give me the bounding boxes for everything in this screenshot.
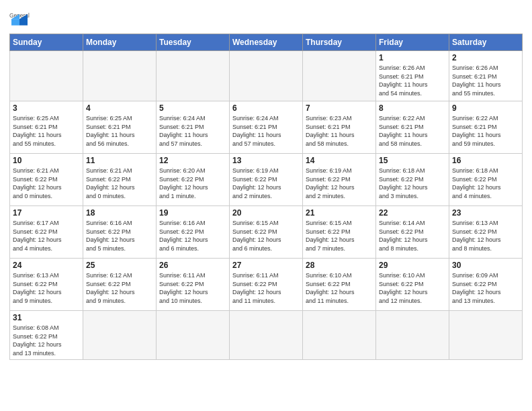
day-number: 7: [306, 103, 373, 113]
day-info: Sunrise: 6:16 AM Sunset: 6:22 PM Dayligh…: [86, 219, 153, 253]
calendar-day-cell: 10Sunrise: 6:21 AM Sunset: 6:22 PM Dayli…: [10, 154, 83, 206]
day-number: 5: [159, 103, 226, 113]
calendar-day-cell: 3Sunrise: 6:25 AM Sunset: 6:21 PM Daylig…: [10, 101, 83, 154]
day-number: 30: [452, 261, 519, 270]
day-info: Sunrise: 6:13 AM Sunset: 6:22 PM Dayligh…: [13, 271, 80, 305]
day-number: 16: [452, 156, 519, 165]
calendar-day-cell: 31Sunrise: 6:08 AM Sunset: 6:22 PM Dayli…: [10, 311, 83, 360]
day-info: Sunrise: 6:18 AM Sunset: 6:22 PM Dayligh…: [452, 167, 519, 200]
day-info: Sunrise: 6:26 AM Sunset: 6:21 PM Dayligh…: [379, 64, 446, 97]
day-number: 2: [452, 53, 519, 62]
day-number: 13: [232, 156, 300, 165]
day-info: Sunrise: 6:22 AM Sunset: 6:21 PM Dayligh…: [452, 114, 519, 148]
weekday-header-saturday: Saturday: [449, 34, 523, 51]
day-number: 18: [86, 208, 153, 218]
calendar-day-cell: 6Sunrise: 6:24 AM Sunset: 6:21 PM Daylig…: [230, 101, 303, 154]
calendar-day-cell: 21Sunrise: 6:15 AM Sunset: 6:22 PM Dayli…: [303, 206, 376, 259]
day-info: Sunrise: 6:24 AM Sunset: 6:21 PM Dayligh…: [232, 114, 300, 148]
calendar-day-cell: [449, 311, 523, 360]
calendar-week-row: 17Sunrise: 6:17 AM Sunset: 6:22 PM Dayli…: [10, 206, 523, 259]
day-info: Sunrise: 6:18 AM Sunset: 6:22 PM Dayligh…: [379, 167, 446, 200]
calendar-day-cell: 15Sunrise: 6:18 AM Sunset: 6:22 PM Dayli…: [376, 154, 449, 206]
day-number: 10: [13, 156, 80, 165]
day-number: 20: [232, 208, 300, 218]
calendar-day-cell: 22Sunrise: 6:14 AM Sunset: 6:22 PM Dayli…: [376, 206, 449, 259]
day-number: 31: [13, 313, 80, 322]
calendar-day-cell: 16Sunrise: 6:18 AM Sunset: 6:22 PM Dayli…: [449, 154, 523, 206]
day-number: 8: [379, 103, 446, 113]
day-info: Sunrise: 6:25 AM Sunset: 6:21 PM Dayligh…: [13, 114, 80, 148]
day-info: Sunrise: 6:24 AM Sunset: 6:21 PM Dayligh…: [159, 114, 226, 148]
day-number: 21: [306, 208, 373, 218]
svg-marker-1: [11, 19, 19, 26]
weekday-header-thursday: Thursday: [303, 34, 376, 51]
calendar-day-cell: [10, 51, 83, 101]
day-number: 3: [13, 103, 80, 113]
day-number: 29: [379, 261, 446, 270]
calendar-day-cell: [157, 311, 230, 360]
day-info: Sunrise: 6:19 AM Sunset: 6:22 PM Dayligh…: [306, 167, 373, 200]
calendar-day-cell: 7Sunrise: 6:23 AM Sunset: 6:21 PM Daylig…: [303, 101, 376, 154]
day-info: Sunrise: 6:09 AM Sunset: 6:22 PM Dayligh…: [452, 271, 519, 305]
calendar-day-cell: [376, 311, 449, 360]
weekday-header-row: SundayMondayTuesdayWednesdayThursdayFrid…: [10, 34, 523, 51]
day-info: Sunrise: 6:11 AM Sunset: 6:22 PM Dayligh…: [232, 271, 300, 305]
calendar-day-cell: 8Sunrise: 6:22 AM Sunset: 6:21 PM Daylig…: [376, 101, 449, 154]
day-info: Sunrise: 6:22 AM Sunset: 6:21 PM Dayligh…: [379, 114, 446, 148]
day-number: 9: [452, 103, 519, 113]
calendar-day-cell: 5Sunrise: 6:24 AM Sunset: 6:21 PM Daylig…: [157, 101, 230, 154]
day-info: Sunrise: 6:21 AM Sunset: 6:22 PM Dayligh…: [13, 167, 80, 200]
calendar-day-cell: 23Sunrise: 6:13 AM Sunset: 6:22 PM Dayli…: [449, 206, 523, 259]
weekday-header-monday: Monday: [83, 34, 157, 51]
calendar-day-cell: [303, 311, 376, 360]
calendar-day-cell: 30Sunrise: 6:09 AM Sunset: 6:22 PM Dayli…: [449, 259, 523, 311]
day-info: Sunrise: 6:16 AM Sunset: 6:22 PM Dayligh…: [159, 219, 226, 253]
calendar-day-cell: 18Sunrise: 6:16 AM Sunset: 6:22 PM Dayli…: [83, 206, 157, 259]
calendar-day-cell: 27Sunrise: 6:11 AM Sunset: 6:22 PM Dayli…: [230, 259, 303, 311]
logo-area: General: [9, 8, 32, 28]
day-info: Sunrise: 6:26 AM Sunset: 6:21 PM Dayligh…: [452, 64, 519, 97]
day-info: Sunrise: 6:08 AM Sunset: 6:22 PM Dayligh…: [13, 324, 80, 357]
header-area: General: [9, 8, 523, 28]
day-info: Sunrise: 6:14 AM Sunset: 6:22 PM Dayligh…: [379, 219, 446, 253]
calendar-day-cell: 1Sunrise: 6:26 AM Sunset: 6:21 PM Daylig…: [376, 51, 449, 101]
calendar-day-cell: 26Sunrise: 6:11 AM Sunset: 6:22 PM Dayli…: [157, 259, 230, 311]
day-number: 15: [379, 156, 446, 165]
page: General SundayMondayTuesdayWednesdayThur…: [0, 0, 532, 411]
calendar-day-cell: [83, 51, 157, 101]
general-blue-logo-icon: General: [9, 8, 30, 28]
weekday-header-tuesday: Tuesday: [157, 34, 230, 51]
day-info: Sunrise: 6:25 AM Sunset: 6:21 PM Dayligh…: [86, 114, 153, 148]
calendar-day-cell: [230, 51, 303, 101]
calendar-day-cell: 13Sunrise: 6:19 AM Sunset: 6:22 PM Dayli…: [230, 154, 303, 206]
day-number: 11: [86, 156, 153, 165]
day-number: 26: [159, 261, 226, 270]
weekday-header-friday: Friday: [376, 34, 449, 51]
day-info: Sunrise: 6:20 AM Sunset: 6:22 PM Dayligh…: [159, 167, 226, 200]
day-number: 4: [86, 103, 153, 113]
day-info: Sunrise: 6:17 AM Sunset: 6:22 PM Dayligh…: [13, 219, 80, 253]
day-number: 22: [379, 208, 446, 218]
day-number: 28: [306, 261, 373, 270]
day-number: 17: [13, 208, 80, 218]
calendar-week-row: 3Sunrise: 6:25 AM Sunset: 6:21 PM Daylig…: [10, 101, 523, 154]
calendar-day-cell: 29Sunrise: 6:10 AM Sunset: 6:22 PM Dayli…: [376, 259, 449, 311]
calendar-day-cell: [230, 311, 303, 360]
calendar-day-cell: 28Sunrise: 6:10 AM Sunset: 6:22 PM Dayli…: [303, 259, 376, 311]
calendar-day-cell: 24Sunrise: 6:13 AM Sunset: 6:22 PM Dayli…: [10, 259, 83, 311]
day-number: 6: [232, 103, 300, 113]
day-info: Sunrise: 6:10 AM Sunset: 6:22 PM Dayligh…: [379, 271, 446, 305]
day-info: Sunrise: 6:23 AM Sunset: 6:21 PM Dayligh…: [306, 114, 373, 148]
day-number: 23: [452, 208, 519, 218]
calendar-day-cell: [83, 311, 157, 360]
day-info: Sunrise: 6:15 AM Sunset: 6:22 PM Dayligh…: [306, 219, 373, 253]
day-info: Sunrise: 6:13 AM Sunset: 6:22 PM Dayligh…: [452, 219, 519, 253]
day-info: Sunrise: 6:10 AM Sunset: 6:22 PM Dayligh…: [306, 271, 373, 305]
calendar-day-cell: 12Sunrise: 6:20 AM Sunset: 6:22 PM Dayli…: [157, 154, 230, 206]
calendar-day-cell: [303, 51, 376, 101]
calendar-week-row: 31Sunrise: 6:08 AM Sunset: 6:22 PM Dayli…: [10, 311, 523, 360]
weekday-header-sunday: Sunday: [10, 34, 83, 51]
calendar-day-cell: 25Sunrise: 6:12 AM Sunset: 6:22 PM Dayli…: [83, 259, 157, 311]
calendar-day-cell: 9Sunrise: 6:22 AM Sunset: 6:21 PM Daylig…: [449, 101, 523, 154]
calendar-day-cell: 17Sunrise: 6:17 AM Sunset: 6:22 PM Dayli…: [10, 206, 83, 259]
